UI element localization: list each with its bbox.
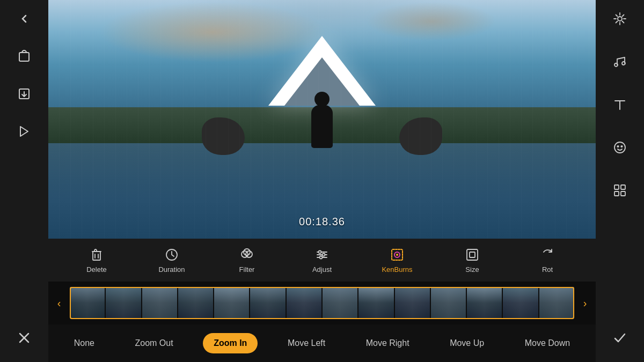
options-bar: None Zoom Out Zoom In Move Left Move Rig… — [48, 324, 596, 362]
svg-line-29 — [623, 21, 624, 23]
frame-6 — [250, 287, 285, 319]
option-none[interactable]: None — [63, 333, 105, 353]
svg-rect-6 — [93, 252, 100, 260]
toolbar-filter[interactable]: Filter — [228, 247, 266, 274]
video-preview: 00:18.36 — [48, 0, 596, 239]
svg-rect-41 — [621, 185, 625, 189]
play-button[interactable] — [11, 118, 38, 145]
kenburns-icon — [390, 247, 405, 262]
svg-rect-23 — [470, 252, 475, 257]
rot-icon — [540, 247, 555, 262]
bottom-toolbar: Delete Duration Filter — [48, 239, 596, 282]
right-sidebar — [596, 0, 644, 362]
filter-icon — [239, 247, 254, 262]
size-icon — [465, 247, 480, 262]
video-timestamp: 00:18.36 — [299, 216, 345, 228]
svg-point-18 — [320, 256, 323, 258]
svg-point-39 — [621, 146, 622, 147]
timeline-track[interactable] — [70, 287, 574, 319]
svg-point-21 — [396, 254, 398, 256]
frame-7 — [287, 287, 321, 319]
close-button[interactable] — [11, 324, 38, 351]
toolbar-duration[interactable]: Duration — [153, 247, 191, 274]
text-button[interactable] — [606, 91, 633, 118]
frame-2 — [106, 287, 141, 319]
adjust-label: Adjust — [312, 265, 332, 274]
frame-10 — [395, 287, 430, 319]
option-move-left[interactable]: Move Left — [277, 333, 336, 353]
download-button[interactable] — [11, 80, 38, 107]
frame-4 — [178, 287, 213, 319]
size-label: Size — [465, 265, 479, 274]
option-zoom-out[interactable]: Zoom Out — [125, 333, 184, 353]
bag-button[interactable] — [11, 43, 38, 70]
delete-icon — [89, 247, 104, 262]
frame-12 — [467, 287, 502, 319]
svg-marker-3 — [20, 127, 28, 136]
frame-14 — [539, 287, 574, 319]
toolbar-rot[interactable]: Rot — [529, 247, 566, 274]
timeline-next[interactable]: › — [574, 297, 596, 309]
frame-3 — [142, 287, 177, 319]
filter-label: Filter — [239, 265, 255, 274]
svg-line-28 — [616, 15, 618, 17]
person-silhouette — [311, 105, 333, 148]
svg-rect-0 — [19, 53, 29, 61]
svg-rect-40 — [614, 185, 619, 189]
rot-label: Rot — [542, 265, 553, 274]
toolbar-size[interactable]: Size — [453, 247, 491, 274]
svg-point-16 — [319, 250, 321, 253]
frame-11 — [431, 287, 466, 319]
option-zoom-in[interactable]: Zoom In — [203, 333, 258, 353]
emoji-button[interactable] — [606, 134, 633, 161]
svg-line-31 — [616, 21, 618, 23]
timeline-area: ‹ › — [48, 282, 596, 324]
svg-point-17 — [323, 253, 325, 256]
toolbar-adjust[interactable]: Adjust — [303, 247, 341, 274]
main-area: 00:18.36 Delete — [48, 0, 596, 362]
timeline-frames — [70, 287, 574, 319]
delete-label: Delete — [86, 265, 107, 274]
svg-rect-22 — [467, 249, 478, 260]
svg-point-32 — [618, 17, 622, 21]
svg-line-30 — [623, 15, 624, 17]
frame-9 — [358, 287, 393, 319]
adjust-icon — [314, 247, 330, 262]
option-move-down[interactable]: Move Down — [514, 333, 581, 353]
duration-label: Duration — [158, 265, 185, 274]
svg-point-38 — [617, 146, 618, 147]
frame-8 — [323, 287, 357, 319]
svg-rect-43 — [621, 191, 625, 196]
toolbar-delete[interactable]: Delete — [78, 247, 115, 274]
check-button[interactable] — [606, 324, 633, 351]
duration-icon — [164, 247, 179, 262]
layout-button[interactable] — [606, 177, 633, 204]
music-button[interactable] — [606, 48, 633, 75]
back-button[interactable] — [11, 5, 38, 32]
left-sidebar — [0, 0, 48, 362]
frame-1 — [70, 287, 105, 319]
frame-5 — [214, 287, 249, 319]
svg-rect-42 — [614, 191, 619, 196]
option-move-up[interactable]: Move Up — [439, 333, 495, 353]
svg-point-37 — [614, 142, 625, 153]
kenburns-label: KenBurns — [382, 265, 412, 274]
timeline-prev[interactable]: ‹ — [48, 297, 70, 309]
toolbar-kenburns[interactable]: KenBurns — [378, 247, 416, 274]
option-move-right[interactable]: Move Right — [355, 333, 420, 353]
magic-button[interactable] — [606, 5, 633, 32]
frame-13 — [503, 287, 538, 319]
